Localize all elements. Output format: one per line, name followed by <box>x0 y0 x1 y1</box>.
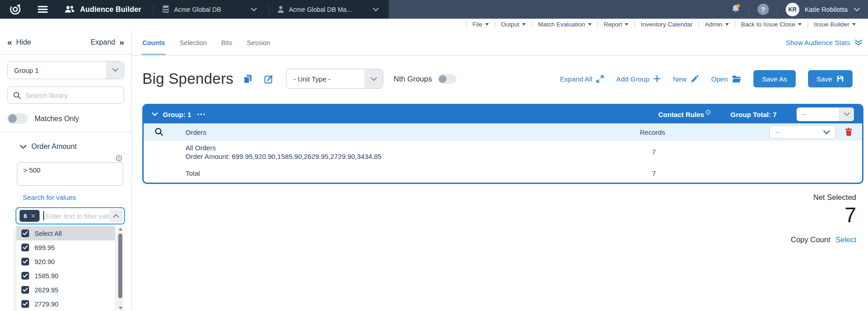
tab-selection[interactable]: Selection <box>180 30 207 55</box>
list-scrollbar[interactable] <box>117 226 123 311</box>
add-group-button[interactable]: Add Group <box>616 75 661 83</box>
value-option[interactable]: 699.95 <box>16 240 115 255</box>
chevron-down-icon <box>373 8 379 11</box>
expand-all-button[interactable]: Expand All <box>560 75 604 83</box>
delete-row-button[interactable] <box>845 127 853 138</box>
column-header-records: Records <box>640 128 665 136</box>
row-logic-select[interactable]: -- <box>769 125 836 139</box>
group-logic-select[interactable]: -- <box>797 107 854 121</box>
menubar-item-issue-builder[interactable]: Issue Builder <box>808 21 862 28</box>
tab-counts[interactable]: Counts <box>142 30 165 55</box>
checkbox-checked[interactable] <box>21 258 29 265</box>
checkbox-checked[interactable] <box>21 272 29 280</box>
group-logic-value: -- <box>802 111 806 118</box>
floppy-disk-icon <box>837 75 844 82</box>
database-selector-value: Acme Global DB <box>174 6 221 13</box>
info-icon <box>706 110 711 115</box>
expand-right-icon: » <box>119 38 124 46</box>
database-selector[interactable]: Acme Global DB <box>162 5 257 14</box>
save-button[interactable]: Save <box>808 70 853 87</box>
option-label: Select All <box>35 230 62 237</box>
chevron-down-icon <box>251 8 257 11</box>
select-chevron-button[interactable] <box>839 107 854 121</box>
copy-icon <box>243 74 252 84</box>
value-option[interactable]: 920.90 <box>16 255 115 269</box>
copy-audience-button[interactable] <box>243 74 252 84</box>
scroll-up-arrow[interactable] <box>119 228 122 230</box>
table-search-icon[interactable] <box>155 127 163 138</box>
group-select[interactable]: Group 1 <box>7 61 124 79</box>
toggle-knob <box>439 75 447 83</box>
tab-session[interactable]: Session <box>247 30 271 55</box>
value-option-select-all[interactable]: Select All <box>16 226 115 240</box>
menubar-item-admin[interactable]: Admin <box>699 21 734 28</box>
menubar-item-back-to-issue-close[interactable]: Back to Issue Close <box>735 21 808 28</box>
value-option[interactable]: 1585.90 <box>16 269 115 283</box>
criteria-sidebar: « Hide Expand » Group 1 Matches Only <box>0 30 132 311</box>
menubar-item-inventory-calendar[interactable]: Inventory Calendar <box>635 21 698 28</box>
tab-bits[interactable]: Bits <box>221 30 232 55</box>
row-logic-value: -- <box>775 128 779 136</box>
topbar-left-section: Audience Builder Acme Global DB <box>0 0 389 19</box>
nth-groups-toggle[interactable] <box>438 74 457 84</box>
value-option[interactable]: 2629.95 <box>16 283 115 297</box>
matches-only-label: Matches Only <box>35 115 79 123</box>
sidebar-expand-button[interactable]: Expand » <box>90 38 124 46</box>
new-button[interactable]: New <box>673 75 699 83</box>
group-header-bar: Group: 1 Contact Rules Group Total: 7 -- <box>144 105 862 123</box>
mailer-selector[interactable]: Acme Global DB Ma... <box>277 5 379 13</box>
notification-bell-button[interactable] <box>731 4 741 15</box>
value-option[interactable]: 2729.90 <box>16 297 115 311</box>
help-button[interactable]: ? <box>758 4 769 15</box>
checkbox-checked[interactable] <box>21 300 29 308</box>
topbar-right-section: ? KR Katie Robilotta <box>389 0 868 19</box>
criteria-value-box[interactable]: > 500 <box>17 162 123 186</box>
sidebar-hide-button[interactable]: « Hide <box>7 38 31 46</box>
sidebar-divider <box>0 132 131 132</box>
select-chevron-button[interactable] <box>106 61 124 79</box>
column-header-orders: Orders <box>186 128 206 136</box>
toggle-knob <box>8 114 17 123</box>
matches-only-toggle[interactable] <box>7 113 28 124</box>
checkbox-checked[interactable] <box>21 244 29 251</box>
total-label: Total <box>186 169 200 177</box>
scroll-down-arrow[interactable] <box>119 307 122 309</box>
collapse-dropdown-button[interactable] <box>109 209 123 222</box>
info-icon[interactable] <box>116 155 122 161</box>
row-name: All Orders <box>186 144 216 152</box>
open-button[interactable]: Open <box>711 75 741 83</box>
topbar-divider <box>269 4 269 15</box>
group-collapse-chevron[interactable] <box>152 112 158 116</box>
checkbox-checked[interactable] <box>21 286 29 294</box>
avatar[interactable]: KR <box>786 3 799 16</box>
user-menu-chevron-icon[interactable] <box>854 8 860 11</box>
pencil-icon <box>691 75 699 83</box>
group-options-ellipsis[interactable] <box>197 113 206 115</box>
library-search-input[interactable] <box>25 92 118 99</box>
menubar-item-report[interactable]: Report <box>598 21 635 28</box>
scroll-thumb[interactable] <box>118 234 122 298</box>
main-content: Counts Selection Bits Session Show Audie… <box>132 30 868 311</box>
contact-rules-link[interactable]: Contact Rules <box>658 111 711 118</box>
chip-remove-icon[interactable]: ✕ <box>31 213 36 219</box>
save-as-button[interactable]: Save As <box>753 70 796 87</box>
unit-type-select[interactable]: - Unit Type - <box>286 69 383 89</box>
value-filter-input[interactable] <box>44 212 109 220</box>
value-filter-field[interactable]: 6 ✕ <box>15 207 125 224</box>
menubar-item-output[interactable]: Output <box>495 21 532 28</box>
table-row[interactable]: All Orders Order Amount: 699.95,920.90,1… <box>144 141 862 165</box>
open-folder-icon <box>732 75 741 83</box>
edit-audience-button[interactable] <box>264 74 274 84</box>
menubar-item-file[interactable]: File <box>467 21 495 28</box>
menubar-item-match-evaluation[interactable]: Match Evaluation <box>532 21 597 28</box>
checkbox-checked[interactable] <box>21 229 29 237</box>
select-chevron-button[interactable] <box>365 69 383 88</box>
brand: Audience Builder <box>64 5 141 14</box>
hamburger-menu-button[interactable] <box>38 5 48 14</box>
select-link[interactable]: Select <box>835 235 856 244</box>
option-label: 2629.95 <box>35 286 58 294</box>
show-audience-stats-link[interactable]: Show Audience Stats <box>786 39 863 46</box>
search-for-values-link[interactable]: Search for values <box>23 194 76 201</box>
trash-icon <box>845 127 853 136</box>
order-amount-section-toggle[interactable]: Order Amount <box>20 143 124 151</box>
